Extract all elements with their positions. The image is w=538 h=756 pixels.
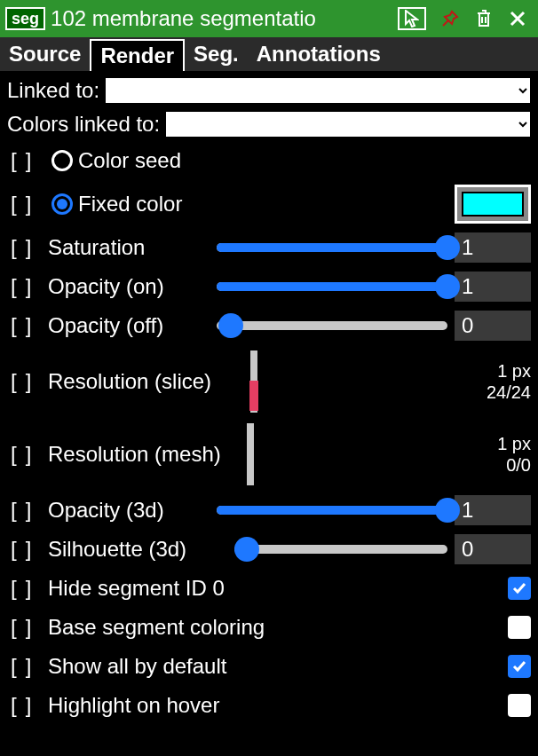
bracket-buttons[interactable]: [] (7, 654, 43, 679)
tab-source[interactable]: Source (0, 37, 90, 71)
row-linked-to: Linked to: (7, 76, 531, 105)
saturation-slider[interactable] (217, 243, 447, 252)
opacity-on-slider[interactable] (217, 282, 447, 291)
highlight-hover-label: Highlight on hover (48, 693, 219, 718)
highlight-hover-checkbox[interactable] (508, 694, 531, 717)
cursor-icon (405, 10, 419, 28)
row-base-coloring: [] Base segment coloring (7, 610, 531, 644)
row-resolution-mesh: [] Resolution (mesh) 1 px 0/0 (7, 421, 531, 488)
linked-to-select[interactable] (105, 77, 531, 104)
bracket-buttons[interactable]: [] (7, 693, 43, 718)
row-colors-linked-to: Colors linked to: (7, 110, 531, 138)
close-button[interactable] (508, 9, 527, 28)
color-seed-label: Color seed (78, 148, 181, 173)
opacity-3d-slider[interactable] (217, 506, 447, 515)
row-silhouette-3d: [] Silhouette (3d) 0 (7, 532, 531, 566)
colors-linked-to-select[interactable] (165, 111, 531, 138)
saturation-value[interactable]: 1 (455, 232, 531, 263)
bracket-buttons[interactable]: [] (7, 498, 43, 523)
row-opacity-off: [] Opacity (off) 0 (7, 309, 531, 343)
bracket-buttons[interactable]: [] (7, 537, 43, 562)
silhouette-3d-value[interactable]: 0 (455, 534, 531, 564)
bracket-buttons[interactable]: [] (7, 274, 43, 299)
opacity-on-value[interactable]: 1 (455, 272, 531, 302)
pin-icon (441, 10, 459, 28)
bracket-buttons[interactable]: [] (7, 192, 43, 217)
bracket-buttons[interactable]: [] (7, 148, 43, 173)
tab-bar: Source Render Seg. Annotations (0, 37, 538, 73)
resolution-slice-value: 1 px 24/24 (455, 360, 531, 403)
color-seed-radio[interactable] (51, 150, 73, 171)
opacity-on-label: Opacity (on) (48, 274, 164, 299)
fixed-color-swatch[interactable] (455, 185, 531, 224)
silhouette-3d-slider[interactable] (234, 545, 447, 554)
linked-to-label: Linked to: (7, 78, 99, 103)
tab-render[interactable]: Render (90, 39, 185, 71)
tab-annotations[interactable]: Annotations (248, 37, 390, 71)
bracket-buttons[interactable]: [] (7, 313, 43, 338)
resolution-mesh-slider[interactable] (247, 423, 254, 485)
opacity-3d-value[interactable]: 1 (455, 495, 531, 525)
check-icon (511, 580, 527, 596)
resolution-mesh-label: Resolution (mesh) (48, 442, 221, 467)
resolution-mesh-value: 1 px 0/0 (455, 433, 531, 476)
pick-tool-button[interactable] (398, 7, 426, 30)
bracket-buttons[interactable]: [] (7, 369, 43, 394)
bracket-buttons[interactable]: [] (7, 235, 43, 260)
row-hide-segment-0: [] Hide segment ID 0 (7, 571, 531, 605)
opacity-off-label: Opacity (off) (48, 313, 163, 338)
show-all-checkbox[interactable] (508, 655, 531, 678)
render-panel: Linked to: Colors linked to: [] Color se… (0, 73, 538, 729)
tab-seg[interactable]: Seg. (185, 37, 248, 71)
row-highlight-hover: [] Highlight on hover (7, 689, 531, 722)
row-resolution-slice: [] Resolution (slice) 1 px 24/24 (7, 348, 531, 415)
title-bar: seg 102 membrane segmentatio (0, 0, 538, 37)
pin-button[interactable] (440, 9, 460, 28)
row-opacity-3d: [] Opacity (3d) 1 (7, 493, 531, 527)
row-saturation: [] Saturation 1 (7, 231, 531, 264)
opacity-3d-label: Opacity (3d) (48, 498, 164, 523)
bracket-buttons[interactable]: [] (7, 442, 43, 467)
layer-title[interactable]: 102 membrane segmentatio (51, 6, 392, 31)
trash-icon (475, 9, 493, 28)
check-icon (511, 658, 527, 674)
row-opacity-on: [] Opacity (on) 1 (7, 270, 531, 303)
bracket-buttons[interactable]: [] (7, 576, 43, 601)
hide-segment-0-label: Hide segment ID 0 (48, 576, 225, 601)
layer-type-badge: seg (5, 7, 45, 30)
base-coloring-checkbox[interactable] (508, 616, 531, 639)
resolution-slice-slider[interactable] (250, 350, 257, 413)
colors-linked-to-label: Colors linked to: (7, 112, 160, 137)
resolution-slice-label: Resolution (slice) (48, 369, 211, 394)
base-coloring-label: Base segment coloring (48, 615, 265, 640)
opacity-off-slider[interactable] (217, 321, 447, 330)
row-fixed-color: [] Fixed color (7, 183, 531, 225)
silhouette-3d-label: Silhouette (3d) (48, 537, 186, 562)
delete-button[interactable] (474, 9, 494, 28)
fixed-color-label: Fixed color (78, 192, 182, 217)
saturation-label: Saturation (48, 235, 145, 260)
hide-segment-0-checkbox[interactable] (508, 577, 531, 600)
show-all-label: Show all by default (48, 654, 226, 679)
close-icon (509, 10, 526, 28)
fixed-color-radio[interactable] (51, 193, 73, 215)
row-show-all: [] Show all by default (7, 650, 531, 683)
row-color-seed: [] Color seed (7, 144, 531, 177)
opacity-off-value[interactable]: 0 (455, 311, 531, 341)
bracket-buttons[interactable]: [] (7, 615, 43, 640)
